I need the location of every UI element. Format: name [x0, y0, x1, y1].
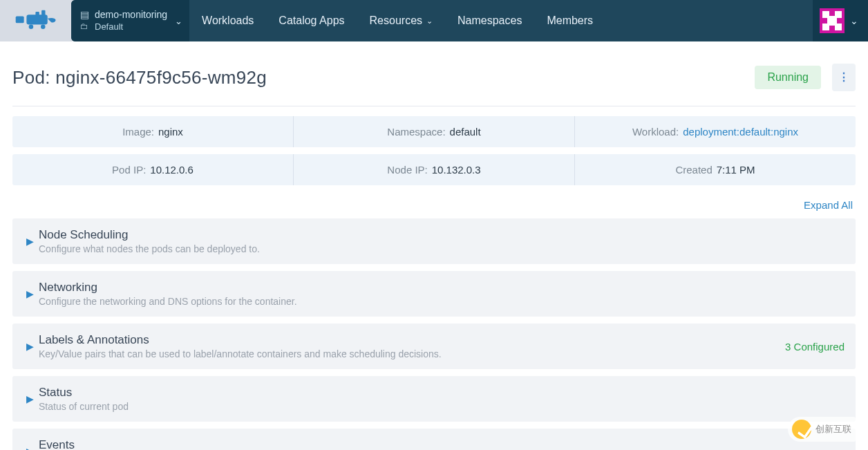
svg-point-5: [41, 24, 46, 29]
kebab-icon: ⋮: [838, 76, 849, 79]
expand-icon: ▶: [21, 236, 39, 247]
main-nav: ▤demo-monitoring 🗀Default ⌄ Workloads Ca…: [71, 0, 868, 41]
info-node-ip: Node IP: 10.132.0.3: [293, 154, 574, 185]
status-badge: Running: [755, 66, 821, 89]
svg-rect-2: [35, 12, 39, 17]
accordion-node-scheduling[interactable]: ▶ Node Scheduling Configure what nodes t…: [12, 218, 856, 264]
workload-link[interactable]: deployment:default:nginx: [683, 126, 798, 138]
expand-icon: ▶: [21, 341, 39, 352]
actions-menu-button[interactable]: ⋮: [832, 64, 856, 91]
expand-icon: ▶: [21, 446, 39, 450]
accordion-networking[interactable]: ▶ Networking Configure the networking an…: [12, 271, 856, 317]
nav-links: Workloads Catalog Apps Resources⌄ Namesp…: [189, 0, 605, 41]
accordion-status[interactable]: ▶ Status Status of current pod: [12, 376, 856, 422]
watermark-text: 创新互联: [815, 423, 851, 435]
user-menu[interactable]: ⌄: [813, 0, 868, 41]
rancher-logo-icon: [14, 8, 59, 34]
info-pod-ip: Pod IP: 10.12.0.6: [12, 154, 293, 185]
chevron-down-icon: ⌄: [426, 0, 433, 41]
page-body: Pod: nginx-66475f9c56-wm92g Running ⋮ Im…: [0, 41, 868, 450]
labels-configured-count: 3 Configured: [785, 341, 845, 353]
page-title: Pod: nginx-66475f9c56-wm92g: [12, 67, 267, 88]
chevron-down-icon: ⌄: [175, 16, 182, 26]
nav-workloads[interactable]: Workloads: [189, 0, 266, 41]
info-created: Created 7:11 PM: [574, 154, 856, 185]
info-image: Image: nginx: [12, 116, 293, 147]
accordion-events[interactable]: ▶ Events Events of current pod: [12, 429, 856, 450]
top-bar: ▤demo-monitoring 🗀Default ⌄ Workloads Ca…: [0, 0, 868, 41]
expand-icon: ▶: [21, 288, 39, 299]
nav-members[interactable]: Members: [534, 0, 605, 41]
expand-icon: ▶: [21, 393, 39, 404]
title-row: Pod: nginx-66475f9c56-wm92g Running ⋮: [12, 54, 856, 106]
folder-icon: 🗀: [79, 21, 89, 32]
accordion-list: ▶ Node Scheduling Configure what nodes t…: [12, 218, 856, 450]
info-band-secondary: Pod IP: 10.12.0.6 Node IP: 10.132.0.3 Cr…: [12, 154, 856, 185]
expand-all-link[interactable]: Expand All: [804, 199, 853, 211]
cluster-scope-selector[interactable]: ▤demo-monitoring 🗀Default ⌄: [71, 0, 189, 41]
chevron-down-icon: ⌄: [850, 15, 858, 26]
svg-rect-3: [41, 10, 45, 17]
watermark-icon: [792, 420, 811, 439]
project-name: Default: [95, 21, 123, 33]
info-band-primary: Image: nginx Namespace: default Workload…: [12, 116, 856, 147]
cluster-name: demo-monitoring: [95, 8, 167, 21]
nav-namespaces[interactable]: Namespaces: [445, 0, 534, 41]
divider: [12, 106, 856, 106]
user-avatar-icon: [820, 8, 845, 33]
accordion-labels-annotations[interactable]: ▶ Labels & Annotations Key/Value pairs t…: [12, 324, 856, 369]
product-logo[interactable]: [0, 0, 71, 41]
info-namespace: Namespace: default: [293, 116, 574, 147]
expand-all-row: Expand All: [12, 192, 856, 218]
svg-rect-0: [16, 17, 24, 24]
nav-catalog-apps[interactable]: Catalog Apps: [266, 0, 357, 41]
info-workload: Workload: deployment:default:nginx: [574, 116, 856, 147]
nav-resources[interactable]: Resources⌄: [357, 0, 445, 41]
svg-point-4: [29, 24, 34, 29]
cluster-icon: ▤: [79, 8, 89, 21]
watermark-overlay: 创新互联: [788, 417, 856, 442]
